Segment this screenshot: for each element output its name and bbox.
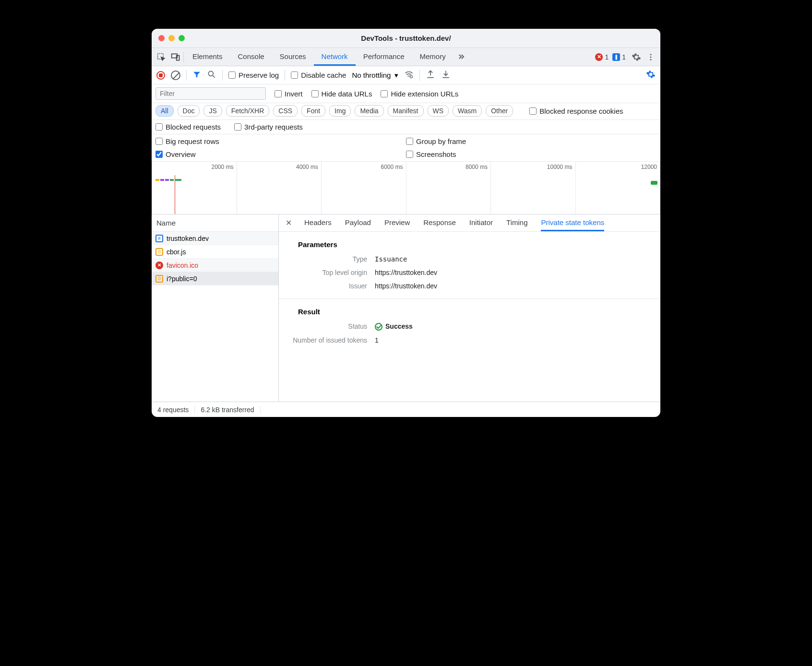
minimize-window-button[interactable] [168,35,175,41]
tab-network[interactable]: Network [314,48,356,66]
group-frame-checkbox[interactable]: Group by frame [406,137,657,145]
result-title: Result [279,299,660,320]
overview-label: Overview [166,150,196,158]
device-toggle-icon[interactable] [169,50,182,64]
transferred-size: 6.2 kB transferred [195,406,260,414]
type-chip-css[interactable]: CSS [273,105,298,117]
param-row: TypeIssuance [279,252,660,266]
svg-point-5 [650,59,652,60]
divider [183,52,184,62]
network-conditions-icon[interactable] [404,70,414,81]
blocked-cookies-checkbox[interactable]: Blocked response cookies [529,107,623,115]
invert-label: Invert [285,90,303,98]
disable-cache-label: Disable cache [301,71,346,79]
type-chip-media[interactable]: Media [355,105,383,117]
preserve-log-checkbox[interactable]: Preserve log [228,71,279,79]
timeline-column: 12000 [576,162,661,214]
request-row[interactable]: ⟨⟩cbor.js [152,245,278,259]
throttling-select[interactable]: No throttling ▾ [352,71,398,80]
search-icon[interactable] [207,70,216,81]
detail-tab-preview[interactable]: Preview [384,214,410,231]
param-row: Top level originhttps://trusttoken.dev [279,266,660,279]
param-value: https://trusttoken.dev [375,269,437,276]
kebab-menu-icon[interactable] [644,50,657,64]
disable-cache-checkbox[interactable]: Disable cache [291,71,346,79]
type-chip-wasm[interactable]: Wasm [453,105,482,117]
panel-tabstrip: ElementsConsoleSourcesNetworkPerformance… [152,48,660,66]
hide-data-urls-checkbox[interactable]: Hide data URLs [311,90,372,98]
param-key: Issuer [279,282,375,290]
detail-tab-initiator[interactable]: Initiator [469,214,493,231]
type-chip-all[interactable]: All [155,105,174,117]
message-badge[interactable]: ❚ 1 [612,53,626,61]
request-list-header[interactable]: Name [152,214,278,232]
detail-tab-timing[interactable]: Timing [506,214,527,231]
traffic-lights [152,35,185,41]
tab-performance[interactable]: Performance [356,48,412,66]
close-window-button[interactable] [158,35,165,41]
tab-elements[interactable]: Elements [185,48,230,66]
type-chip-js[interactable]: JS [203,105,222,117]
detail-tab-headers[interactable]: Headers [304,214,332,231]
type-chip-ws[interactable]: WS [428,105,449,117]
request-list: Name ≡trusttoken.dev⟨⟩cbor.js✕favicon.ic… [152,214,279,402]
type-chip-manifest[interactable]: Manifest [388,105,424,117]
timeline-tick-label: 12000 [641,164,657,170]
timeline-overview[interactable]: 2000 ms4000 ms6000 ms8000 ms10000 ms1200… [152,162,660,214]
type-chip-fetch-xhr[interactable]: Fetch/XHR [226,105,269,117]
blocked-requests-label: Blocked requests [166,123,221,131]
type-chip-font[interactable]: Font [301,105,325,117]
filter-row: Invert Hide data URLs Hide extension URL… [152,84,660,103]
timeline-column: 2000 ms [152,162,237,214]
filter-input[interactable] [155,87,266,100]
request-details: ✕ HeadersPayloadPreviewResponseInitiator… [279,214,660,402]
view-options: Big request rows Overview Group by frame… [152,134,660,162]
timeline-column: 10000 ms [491,162,576,214]
error-badge[interactable]: ✕ 1 [595,53,609,61]
type-chip-img[interactable]: Img [329,105,351,117]
timeline-end-marker [651,181,657,185]
record-button[interactable] [156,71,165,80]
request-name: i?public=0 [167,275,197,283]
tab-sources[interactable]: Sources [272,48,314,66]
hide-extension-urls-checkbox[interactable]: Hide extension URLs [381,90,458,98]
download-har-icon[interactable] [441,70,451,81]
screenshots-checkbox[interactable]: Screenshots [406,150,657,158]
third-party-checkbox[interactable]: 3rd-party requests [234,123,303,131]
js-icon: ⟨⟩ [155,248,163,256]
inspect-icon[interactable] [155,50,168,64]
message-icon: ❚ [612,53,620,61]
detail-tab-private-state-tokens[interactable]: Private state tokens [541,214,604,231]
invert-checkbox[interactable]: Invert [275,90,303,98]
close-details-button[interactable]: ✕ [286,218,295,227]
param-value: https://trusttoken.dev [375,282,437,290]
type-chip-other[interactable]: Other [486,105,513,117]
type-chip-doc[interactable]: Doc [178,105,200,117]
throttling-label: No throttling [352,71,391,79]
network-settings-icon[interactable] [646,70,656,81]
blocked-requests-checkbox[interactable]: Blocked requests [155,123,221,131]
detail-tab-payload[interactable]: Payload [345,214,371,231]
detail-tab-response[interactable]: Response [423,214,456,231]
tab-memory[interactable]: Memory [412,48,454,66]
timeline-tick-label: 8000 ms [466,164,488,170]
request-row[interactable]: ✕favicon.ico [152,259,278,272]
more-tabs-icon[interactable] [454,50,468,64]
maximize-window-button[interactable] [179,35,185,41]
divider [285,70,285,81]
doc-icon: ≡ [155,235,163,242]
overview-checkbox[interactable]: Overview [155,150,406,158]
filter-icon[interactable] [192,70,201,80]
tab-console[interactable]: Console [230,48,272,66]
settings-icon[interactable] [630,50,643,64]
status-bar: 4 requests 6.2 kB transferred [152,402,660,417]
big-rows-checkbox[interactable]: Big request rows [155,137,406,145]
svg-point-6 [208,71,213,76]
window-title: DevTools - trusttoken.dev/ [152,34,660,42]
upload-har-icon[interactable] [426,70,435,81]
timeline-cursor [175,175,175,214]
clear-button[interactable] [171,71,180,80]
group-frame-label: Group by frame [416,137,466,145]
request-row[interactable]: ≡trusttoken.dev [152,232,278,245]
request-row[interactable]: ⟨⟩i?public=0 [152,272,278,285]
